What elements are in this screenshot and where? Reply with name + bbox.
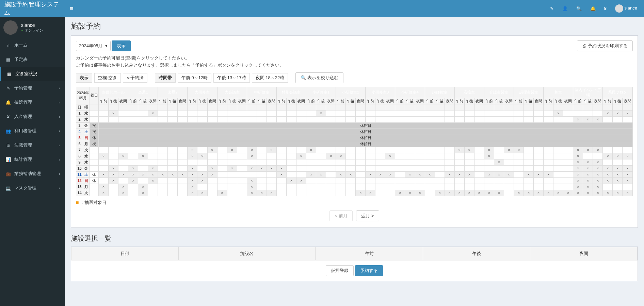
slot-available[interactable] <box>454 165 464 171</box>
slot-available[interactable] <box>366 153 375 159</box>
slot-available[interactable] <box>197 147 207 153</box>
slot-available[interactable] <box>336 165 346 171</box>
slot-available[interactable] <box>553 184 563 190</box>
slot-available[interactable] <box>306 110 316 116</box>
slot-available[interactable] <box>484 159 494 165</box>
slot-available[interactable] <box>168 110 178 116</box>
slot-available[interactable] <box>504 165 514 171</box>
slot-available[interactable] <box>464 165 474 171</box>
slot-available[interactable] <box>454 184 464 190</box>
slot-available[interactable] <box>227 116 237 122</box>
slot-available[interactable] <box>128 116 138 122</box>
slot-available[interactable] <box>514 177 524 184</box>
slot-available[interactable] <box>217 177 227 184</box>
slot-available[interactable] <box>326 190 336 196</box>
slot-available[interactable] <box>563 110 573 116</box>
slot-available[interactable] <box>109 159 118 165</box>
slot-available[interactable] <box>435 110 445 116</box>
slot-available[interactable] <box>454 110 464 116</box>
slot-available[interactable] <box>178 110 188 116</box>
sidebar-item[interactable]: 🔔抽選管理‹ <box>0 95 65 109</box>
slot-available[interactable] <box>464 177 474 184</box>
slot-available[interactable] <box>356 153 366 159</box>
slot-available[interactable] <box>464 110 474 116</box>
slot-available[interactable] <box>464 184 474 190</box>
slot-available[interactable] <box>415 184 425 190</box>
slot-available[interactable] <box>306 184 316 190</box>
slot-available[interactable] <box>445 159 454 165</box>
slot-available[interactable] <box>178 116 188 122</box>
slot-available[interactable] <box>544 165 553 171</box>
slot-available[interactable] <box>207 190 217 196</box>
slot-available[interactable] <box>346 165 356 171</box>
slot-available[interactable] <box>267 116 276 122</box>
slot-available[interactable] <box>553 116 563 122</box>
slot-available[interactable] <box>534 165 544 171</box>
reserve-button[interactable]: 予約する <box>355 265 383 276</box>
slot-available[interactable] <box>296 171 306 177</box>
slot-available[interactable] <box>553 171 563 177</box>
slot-available[interactable] <box>257 171 267 177</box>
slot-available[interactable] <box>178 159 188 165</box>
slot-available[interactable] <box>296 184 306 190</box>
sidebar-item[interactable]: ⌂ホーム <box>0 38 65 52</box>
slot-available[interactable] <box>207 110 217 116</box>
slot-available[interactable] <box>435 159 445 165</box>
slot-available[interactable] <box>286 165 296 171</box>
slot-available[interactable] <box>168 116 178 122</box>
slot-available[interactable] <box>267 159 276 165</box>
slot-available[interactable] <box>514 110 524 116</box>
slot-available[interactable] <box>168 147 178 153</box>
slot-available[interactable] <box>534 153 544 159</box>
slot-available[interactable] <box>474 177 484 184</box>
slot-available[interactable] <box>276 116 286 122</box>
slot-available[interactable] <box>267 110 276 116</box>
slot-available[interactable] <box>306 165 316 171</box>
temp-register-button[interactable]: 仮押登録 <box>326 265 354 276</box>
slot-available[interactable] <box>326 159 336 165</box>
slot-available[interactable] <box>603 159 613 165</box>
slot-available[interactable] <box>504 159 514 165</box>
slot-available[interactable] <box>435 184 445 190</box>
slot-available[interactable] <box>138 177 148 184</box>
slot-available[interactable] <box>395 147 405 153</box>
slot-available[interactable] <box>316 147 326 153</box>
slot-available[interactable] <box>593 153 603 159</box>
slot-available[interactable] <box>405 184 415 190</box>
slot-available[interactable] <box>316 190 326 196</box>
sidebar-item[interactable]: ▦空き室状況 <box>0 67 65 81</box>
slot-available[interactable] <box>286 110 296 116</box>
slot-available[interactable] <box>158 165 168 171</box>
slot-available[interactable] <box>346 159 356 165</box>
slot-available[interactable] <box>109 116 118 122</box>
slot-available[interactable] <box>197 165 207 171</box>
slot-available[interactable] <box>128 159 138 165</box>
slot-available[interactable] <box>346 110 356 116</box>
slot-available[interactable] <box>583 110 593 116</box>
slot-available[interactable] <box>356 159 366 165</box>
slot-available[interactable] <box>524 147 534 153</box>
slot-available[interactable] <box>474 110 484 116</box>
slot-available[interactable] <box>148 190 158 196</box>
slot-available[interactable] <box>375 177 385 184</box>
slot-available[interactable] <box>316 165 326 171</box>
slot-available[interactable] <box>306 116 316 122</box>
slot-available[interactable] <box>306 190 316 196</box>
slot-available[interactable] <box>563 184 573 190</box>
slot-available[interactable] <box>326 171 336 177</box>
slot-available[interactable] <box>138 165 148 171</box>
slot-available[interactable] <box>188 159 197 165</box>
slot-available[interactable] <box>237 159 247 165</box>
slot-available[interactable] <box>544 159 553 165</box>
slot-available[interactable] <box>454 153 464 159</box>
yen-icon[interactable]: ¥ <box>604 6 607 11</box>
slot-available[interactable] <box>494 110 504 116</box>
slot-available[interactable] <box>563 165 573 171</box>
slot-available[interactable] <box>405 110 415 116</box>
slot-available[interactable] <box>276 153 286 159</box>
slot-available[interactable] <box>415 147 425 153</box>
slot-available[interactable] <box>366 184 375 190</box>
slot-available[interactable] <box>405 165 415 171</box>
slot-available[interactable] <box>385 184 395 190</box>
slot-available[interactable] <box>494 116 504 122</box>
